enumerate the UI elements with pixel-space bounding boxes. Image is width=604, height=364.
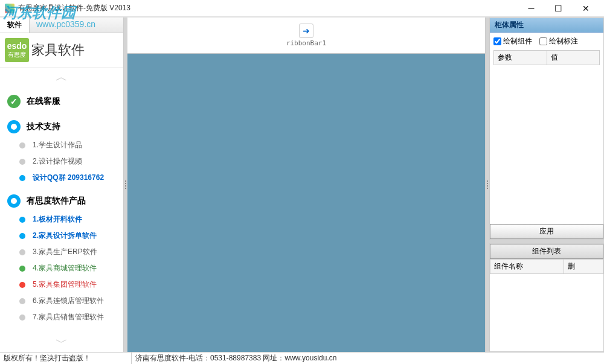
minimize-button[interactable]: ─ bbox=[518, 1, 545, 16]
col-component-name: 组件名称 bbox=[490, 260, 564, 274]
collapse-up-icon[interactable]: ︿ bbox=[0, 68, 123, 86]
product-items: 1.板材开料软件2.家具设计拆单软件3.家具生产ERP软件4.家具商城管理软件5… bbox=[0, 211, 123, 325]
bullet-icon bbox=[19, 175, 25, 181]
section-support-title: 技术支持 bbox=[27, 121, 60, 132]
section-support-header[interactable]: 技术支持 bbox=[0, 117, 123, 137]
main-container: 软件 esdo 有思度 家具软件 ︿ 在线客服 技术支持 bbox=[0, 17, 604, 352]
sidebar-item-label: 4.家具商城管理软件 bbox=[33, 263, 97, 273]
sidebar-item[interactable]: 7.家具店销售管理软件 bbox=[12, 309, 123, 325]
design-canvas[interactable] bbox=[127, 54, 485, 352]
properties-content bbox=[490, 69, 603, 224]
app-icon bbox=[5, 4, 14, 13]
col-param: 参数 bbox=[494, 51, 547, 65]
status-contact: 济南有思度软件-电话：0531-88987383 网址：www.yousidu.… bbox=[135, 353, 336, 363]
bullet-icon bbox=[19, 298, 25, 304]
properties-body: 绘制组件 绘制标注 参数 值 bbox=[490, 33, 603, 69]
center-area: ➜ ribbonBar1 bbox=[127, 18, 486, 352]
bullet-icon bbox=[19, 159, 25, 165]
sidebar-item-label: 2.家具设计拆单软件 bbox=[33, 231, 97, 241]
logo-area: esdo 有思度 家具软件 bbox=[0, 33, 123, 68]
logo-text: 家具软件 bbox=[31, 41, 85, 59]
sidebar-item-label: 3.家具生产ERP软件 bbox=[33, 247, 97, 257]
sidebar-item[interactable]: 4.家具商城管理软件 bbox=[12, 260, 123, 276]
component-list-header: 组件列表 bbox=[490, 244, 603, 259]
sidebar: 软件 esdo 有思度 家具软件 ︿ 在线客服 技术支持 bbox=[0, 18, 124, 352]
section-products-title: 有思度软件产品 bbox=[27, 196, 86, 206]
properties-header: 柜体属性 bbox=[490, 18, 603, 33]
sidebar-item-label: 5.家具集团管理软件 bbox=[33, 279, 97, 290]
support-items: 1.学生设计作品2.设计操作视频设计QQ群 209316762 bbox=[0, 137, 123, 186]
checkbox-draw-component[interactable]: 绘制组件 bbox=[493, 36, 532, 46]
location-icon bbox=[7, 120, 21, 133]
component-list-panel: 组件列表 组件名称 删 bbox=[489, 243, 604, 352]
checkbox-draw-label-label: 绘制标注 bbox=[549, 36, 578, 46]
ribbon-label: ribbonBar1 bbox=[286, 39, 326, 47]
sidebar-item[interactable]: 3.家具生产ERP软件 bbox=[12, 244, 123, 260]
splitter-right[interactable] bbox=[486, 18, 489, 352]
logo-badge-bottom: 有思度 bbox=[8, 51, 26, 59]
sidebar-item[interactable]: 5.家具集团管理软件 bbox=[12, 276, 123, 293]
bullet-icon bbox=[19, 233, 25, 239]
statusbar: 版权所有！坚决打击盗版！ 济南有思度软件-电话：0531-88987383 网址… bbox=[0, 352, 604, 364]
col-value: 值 bbox=[547, 51, 600, 65]
section-service: 在线客服 bbox=[0, 91, 123, 112]
section-support: 技术支持 1.学生设计作品2.设计操作视频设计QQ群 209316762 bbox=[0, 117, 123, 186]
sidebar-item-label: 1.板材开料软件 bbox=[33, 214, 82, 225]
bullet-icon bbox=[19, 142, 25, 148]
sidebar-tab-header: 软件 bbox=[0, 18, 123, 33]
collapse-down-icon[interactable]: ﹀ bbox=[0, 333, 123, 352]
sidebar-item-label: 6.家具连锁店管理软件 bbox=[33, 296, 104, 306]
sidebar-item-label: 设计QQ群 209316762 bbox=[33, 173, 104, 183]
section-service-header[interactable]: 在线客服 bbox=[0, 91, 123, 112]
sidebar-item-label: 1.学生设计作品 bbox=[33, 140, 82, 150]
right-panel: 柜体属性 绘制组件 绘制标注 参数 值 bbox=[489, 18, 604, 352]
section-service-title: 在线客服 bbox=[27, 96, 60, 107]
checkbox-draw-label[interactable]: 绘制标注 bbox=[539, 36, 578, 46]
sidebar-item[interactable]: 设计QQ群 209316762 bbox=[12, 170, 123, 186]
checkbox-row: 绘制组件 绘制标注 bbox=[493, 36, 600, 46]
ribbon-arrow-icon[interactable]: ➜ bbox=[299, 24, 313, 38]
sidebar-item[interactable]: 6.家具连锁店管理软件 bbox=[12, 293, 123, 309]
tab-software[interactable]: 软件 bbox=[0, 18, 30, 33]
sidebar-item[interactable]: 1.板材开料软件 bbox=[12, 211, 123, 228]
checkbox-draw-component-input[interactable] bbox=[493, 37, 501, 45]
location-icon bbox=[7, 194, 21, 208]
status-divider bbox=[131, 353, 132, 364]
sidebar-item[interactable]: 2.设计操作视频 bbox=[12, 153, 123, 170]
section-products-header[interactable]: 有思度软件产品 bbox=[0, 191, 123, 211]
sidebar-item[interactable]: 2.家具设计拆单软件 bbox=[12, 228, 123, 244]
bullet-icon bbox=[19, 217, 25, 223]
logo-badge: esdo 有思度 bbox=[5, 38, 29, 62]
sidebar-item-label: 2.设计操作视频 bbox=[33, 156, 82, 167]
window-controls: ─ ☐ ✕ bbox=[518, 1, 599, 16]
maximize-button[interactable]: ☐ bbox=[545, 1, 572, 16]
properties-table: 参数 值 bbox=[493, 50, 600, 65]
checkbox-draw-label-input[interactable] bbox=[539, 37, 547, 45]
logo-badge-top: esdo bbox=[7, 41, 27, 51]
check-icon bbox=[7, 95, 21, 108]
sidebar-item-label: 7.家具店销售管理软件 bbox=[33, 312, 104, 322]
sidebar-content: 在线客服 技术支持 1.学生设计作品2.设计操作视频设计QQ群 20931676… bbox=[0, 86, 123, 333]
sidebar-item[interactable]: 1.学生设计作品 bbox=[12, 137, 123, 153]
ribbon-bar: ➜ ribbonBar1 bbox=[127, 18, 485, 54]
component-table: 组件名称 删 bbox=[490, 259, 603, 274]
bullet-icon bbox=[19, 282, 25, 288]
window-title: 有思度家具设计软件-免费版 V2013 bbox=[18, 3, 130, 13]
properties-panel: 柜体属性 绘制组件 绘制标注 参数 值 bbox=[489, 18, 604, 240]
checkbox-draw-component-label: 绘制组件 bbox=[503, 36, 532, 46]
bullet-icon bbox=[19, 249, 25, 255]
close-button[interactable]: ✕ bbox=[572, 1, 599, 16]
col-delete: 删 bbox=[564, 260, 603, 274]
bullet-icon bbox=[19, 266, 25, 272]
section-products: 有思度软件产品 1.板材开料软件2.家具设计拆单软件3.家具生产ERP软件4.家… bbox=[0, 191, 123, 325]
bullet-icon bbox=[19, 315, 25, 321]
apply-button[interactable]: 应用 bbox=[490, 224, 603, 239]
status-copyright: 版权所有！坚决打击盗版！ bbox=[4, 353, 127, 363]
titlebar: 有思度家具设计软件-免费版 V2013 ─ ☐ ✕ bbox=[0, 0, 604, 17]
